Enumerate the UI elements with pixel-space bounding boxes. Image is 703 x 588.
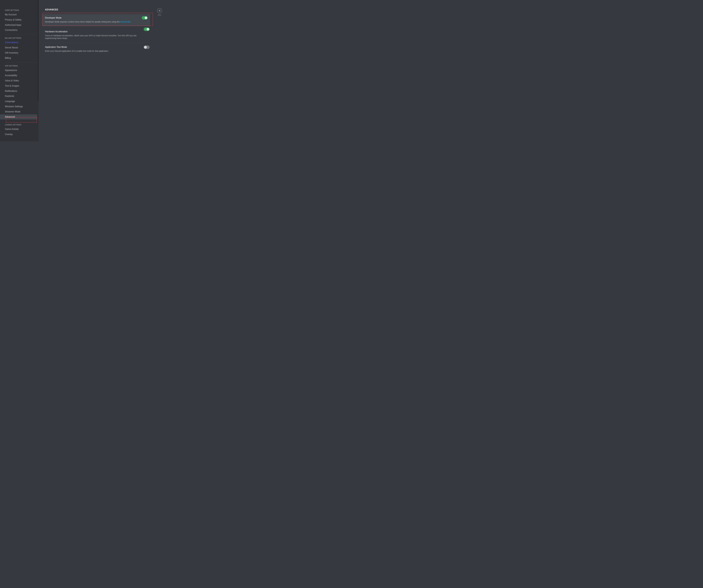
toggle-hardware-acceleration[interactable] [144, 27, 150, 31]
close-button[interactable] [157, 8, 162, 13]
x-icon [144, 46, 147, 49]
sidebar-item-notifications[interactable]: Notifications [0, 89, 37, 94]
sidebar-item-voice-video[interactable]: Voice & Video [0, 78, 37, 83]
page-title: ADVANCED [45, 8, 163, 11]
sidebar-item-appearance[interactable]: Appearance [0, 68, 37, 73]
sidebar-item-billing[interactable]: Billing [0, 56, 37, 61]
sidebar-header-gaming: GAMING SETTINGS [0, 123, 37, 127]
sidebar-item-privacy[interactable]: Privacy & Safety [0, 17, 37, 22]
close-icon [158, 9, 161, 12]
close-area: ESC [157, 8, 162, 16]
sidebar-item-my-account[interactable]: My Account [0, 12, 37, 17]
sidebar-item-text-images[interactable]: Text & Images [0, 83, 37, 89]
sidebar-item-streamer-mode[interactable]: Streamer Mode [0, 109, 37, 114]
sidebar-item-subscriptions[interactable]: Subscriptions [0, 40, 37, 45]
setting-desc-devmode: Developer Mode exposes context menu item… [45, 20, 147, 23]
setting-application-test-mode: Application Test Mode Enter your Discord… [45, 43, 150, 56]
close-label: ESC [157, 14, 162, 16]
sidebar-header-user: USER SETTINGS [0, 8, 37, 12]
check-icon [145, 17, 147, 19]
sidebar-header-app: APP SETTINGS [0, 64, 37, 68]
setting-hardware-acceleration: Hardware Acceleration Turns on Hardware … [45, 27, 150, 43]
settings-content: ADVANCED Developer Mode Developer Mode e… [38, 0, 168, 141]
sidebar-item-authorized-apps[interactable]: Authorized Apps [0, 22, 37, 28]
setting-desc-hardware: Turns on Hardware Acceleration, which us… [45, 34, 147, 40]
sidebar-item-server-boost[interactable]: Server Boost [0, 45, 37, 50]
check-icon [147, 28, 149, 30]
sidebar-item-advanced[interactable]: Advanced [0, 114, 37, 119]
toggle-developer-mode[interactable] [142, 16, 148, 19]
sidebar-item-accessibility[interactable]: Accessibility [0, 73, 37, 78]
setting-title-devmode: Developer Mode [45, 17, 147, 19]
sidebar-item-overlay[interactable]: Overlay [0, 132, 37, 137]
devmode-desc-post: . [131, 21, 131, 23]
sidebar-item-language[interactable]: Language [0, 99, 37, 104]
sidebar-item-keybinds[interactable]: Keybinds [0, 94, 37, 99]
setting-developer-mode: Developer Mode Developer Mode exposes co… [42, 14, 150, 26]
toggle-application-test-mode[interactable] [144, 46, 150, 49]
setting-desc-testmode: Enter your Discord application ID to ena… [45, 50, 147, 53]
setting-title-testmode: Application Test Mode [45, 46, 147, 48]
discord-api-link[interactable]: Discord API [120, 21, 131, 23]
sidebar-item-gift-inventory[interactable]: Gift Inventory [0, 50, 37, 56]
devmode-desc-pre: Developer Mode exposes context menu item… [45, 21, 120, 23]
sidebar-item-connections[interactable]: Connections [0, 27, 37, 33]
setting-title-hardware: Hardware Acceleration [45, 30, 147, 33]
sidebar-item-windows-settings[interactable]: Windows Settings [0, 104, 37, 109]
sidebar-header-billing: BILLING SETTINGS [0, 36, 37, 40]
settings-sidebar: USER SETTINGS My Account Privacy & Safet… [0, 0, 38, 141]
sidebar-item-game-activity[interactable]: Game Activity [0, 127, 37, 132]
